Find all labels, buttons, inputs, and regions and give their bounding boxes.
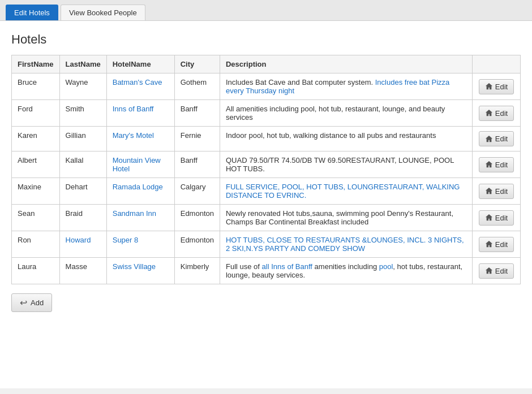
- cell-description: FULL SERVICE, POOL, HOT TUBS, LOUNGRESTA…: [220, 178, 472, 205]
- table-row: MaxineDehartRamada LodgeCalgaryFULL SERV…: [12, 178, 521, 205]
- col-header-firstname: FirstName: [12, 55, 60, 73]
- home-icon: [485, 187, 493, 195]
- edit-button[interactable]: Edit: [479, 106, 514, 121]
- cell-action: Edit: [473, 178, 521, 205]
- cell-hotelname[interactable]: Mountain View Hotel: [106, 151, 174, 178]
- edit-label: Edit: [495, 109, 508, 118]
- home-icon: [485, 83, 493, 90]
- cell-description: Includes Bat Cave and Bat computer syste…: [220, 73, 472, 100]
- cell-city: Fernie: [174, 127, 220, 151]
- cell-description: Newly renovated Hot tubs,sauna, swimming…: [220, 205, 472, 231]
- cell-city: Banff: [174, 151, 220, 178]
- tab-view-booked[interactable]: View Booked People: [61, 5, 145, 20]
- cell-lastname: Braid: [59, 205, 106, 231]
- cell-city: Edmonton: [174, 205, 220, 231]
- cell-lastname: Howard: [59, 231, 106, 258]
- table-row: FordSmithInns of BanffBanffAll amenities…: [12, 100, 521, 127]
- table-row: AlbertKallalMountain View HotelBanffQUAD…: [12, 151, 521, 178]
- hotels-table: FirstName LastName HotelName City Descri…: [11, 55, 521, 284]
- page-content: Hotels FirstName LastName HotelName City…: [0, 21, 532, 388]
- edit-button[interactable]: Edit: [479, 184, 514, 199]
- cell-firstname: Ron: [12, 231, 60, 258]
- hotel-link[interactable]: Swiss Village: [113, 262, 156, 271]
- hotel-link[interactable]: Sandman Inn: [113, 209, 156, 218]
- col-header-lastname: LastName: [59, 55, 106, 73]
- cell-firstname: Karen: [12, 127, 60, 151]
- cell-firstname: Laura: [12, 258, 60, 284]
- edit-button[interactable]: Edit: [479, 131, 514, 146]
- table-row: LauraMasseSwiss VillageKimberlyFull use …: [12, 258, 521, 284]
- page-title: Hotels: [11, 32, 521, 47]
- cell-firstname: Maxine: [12, 178, 60, 205]
- cell-hotelname[interactable]: Swiss Village: [106, 258, 174, 284]
- hotel-link[interactable]: Super 8: [113, 236, 139, 244]
- col-header-description: Description: [220, 55, 472, 73]
- cell-lastname: Wayne: [59, 73, 106, 100]
- table-row: BruceWayneBatman's CaveGothemIncludes Ba…: [12, 73, 521, 100]
- cell-lastname: Gillian: [59, 127, 106, 151]
- cell-firstname: Bruce: [12, 73, 60, 100]
- cell-firstname: Sean: [12, 205, 60, 231]
- edit-label: Edit: [495, 240, 508, 249]
- edit-button[interactable]: Edit: [479, 210, 514, 226]
- hotel-link[interactable]: Ramada Lodge: [113, 183, 163, 191]
- home-icon: [485, 135, 493, 143]
- col-header-action: [473, 55, 521, 73]
- cell-hotelname[interactable]: Ramada Lodge: [106, 178, 174, 205]
- table-row: KarenGillianMary's MotelFernieIndoor poo…: [12, 127, 521, 151]
- cell-lastname: Smith: [59, 100, 106, 127]
- hotel-link[interactable]: Mountain View Hotel: [113, 156, 161, 173]
- cell-action: Edit: [473, 73, 521, 100]
- table-header-row: FirstName LastName HotelName City Descri…: [12, 55, 521, 73]
- edit-label: Edit: [495, 187, 508, 196]
- home-icon: [485, 109, 493, 117]
- cell-lastname: Kallal: [59, 151, 106, 178]
- cell-hotelname[interactable]: Super 8: [106, 231, 174, 258]
- cell-hotelname[interactable]: Inns of Banff: [106, 100, 174, 127]
- edit-label: Edit: [495, 214, 508, 222]
- cell-city: Banff: [174, 100, 220, 127]
- cell-action: Edit: [473, 258, 521, 284]
- cell-lastname: Masse: [59, 258, 106, 284]
- cell-hotelname[interactable]: Mary's Motel: [106, 127, 174, 151]
- tab-bar: Edit Hotels View Booked People: [0, 0, 532, 21]
- table-row: RonHowardSuper 8EdmontonHOT TUBS, CLOSE …: [12, 231, 521, 258]
- cell-action: Edit: [473, 231, 521, 258]
- cell-hotelname[interactable]: Sandman Inn: [106, 205, 174, 231]
- cell-firstname: Ford: [12, 100, 60, 127]
- cell-firstname: Albert: [12, 151, 60, 178]
- cell-description: QUAD 79.50/TR 74.50/DB TW 69.50RESTAURAN…: [220, 151, 472, 178]
- edit-label: Edit: [495, 83, 508, 91]
- cell-action: Edit: [473, 100, 521, 127]
- col-header-city: City: [174, 55, 220, 73]
- col-header-hotelname: HotelName: [106, 55, 174, 73]
- cell-lastname: Dehart: [59, 178, 106, 205]
- cell-action: Edit: [473, 127, 521, 151]
- home-icon: [485, 267, 493, 275]
- add-button[interactable]: ↩ Add: [11, 293, 52, 312]
- cell-description: HOT TUBS, CLOSE TO RESTAURANTS &LOUNGES,…: [220, 231, 472, 258]
- edit-button[interactable]: Edit: [479, 79, 514, 94]
- add-icon: ↩: [20, 297, 27, 308]
- edit-label: Edit: [495, 161, 508, 169]
- edit-button[interactable]: Edit: [479, 263, 514, 279]
- cell-description: Indoor pool, hot tub, walking distance t…: [220, 127, 472, 151]
- hotel-link[interactable]: Mary's Motel: [113, 131, 154, 140]
- edit-label: Edit: [495, 135, 508, 143]
- cell-city: Gothem: [174, 73, 220, 100]
- home-icon: [485, 214, 493, 222]
- add-button-label: Add: [31, 298, 44, 307]
- table-row: SeanBraidSandman InnEdmontonNewly renova…: [12, 205, 521, 231]
- hotel-link[interactable]: Batman's Cave: [113, 78, 162, 86]
- edit-label: Edit: [495, 267, 508, 275]
- cell-city: Edmonton: [174, 231, 220, 258]
- cell-action: Edit: [473, 151, 521, 178]
- cell-hotelname[interactable]: Batman's Cave: [106, 73, 174, 100]
- cell-city: Calgary: [174, 178, 220, 205]
- hotel-link[interactable]: Inns of Banff: [113, 105, 154, 113]
- edit-button[interactable]: Edit: [479, 237, 514, 252]
- cell-description: All amenities including pool, hot tub, r…: [220, 100, 472, 127]
- edit-button[interactable]: Edit: [479, 157, 514, 172]
- home-icon: [485, 161, 493, 168]
- tab-edit-hotels[interactable]: Edit Hotels: [6, 5, 58, 20]
